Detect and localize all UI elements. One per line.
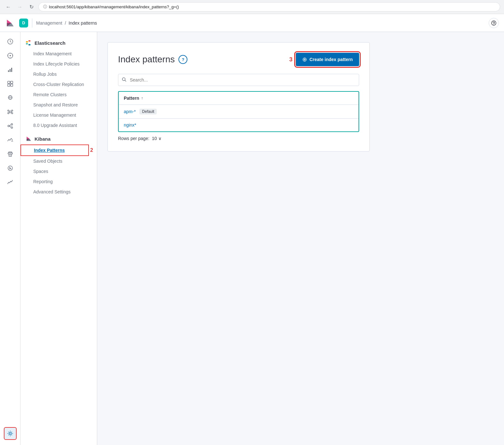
svg-point-1	[493, 24, 494, 25]
elasticsearch-icon	[26, 40, 32, 46]
forward-button[interactable]: →	[15, 3, 24, 12]
sidebar-item-ml[interactable]	[4, 105, 17, 118]
nav-item-index-patterns[interactable]: Index Patterns	[20, 144, 89, 156]
security-icon: ⓘ	[43, 4, 47, 10]
sidebar-item-visualize[interactable]	[4, 63, 17, 76]
browser-chrome: ← → ↻ ⓘ localhost:5601/app/kibana#/manag…	[0, 0, 504, 14]
svg-rect-41	[28, 44, 30, 45]
svg-rect-12	[8, 81, 10, 83]
main-layout: Elasticsearch Index Management Index Lif…	[0, 32, 504, 445]
svg-rect-15	[11, 84, 13, 86]
rows-per-page-value: 10	[152, 136, 157, 141]
page-title: Index patterns	[118, 54, 175, 65]
rows-per-page-label: Rows per page:	[118, 136, 149, 141]
svg-point-4	[10, 55, 11, 56]
svg-point-18	[8, 110, 9, 111]
nav-divider	[32, 19, 32, 27]
svg-point-26	[8, 125, 9, 127]
index-patterns-nav-row: Index Patterns 2	[20, 144, 97, 156]
url-text: localhost:5601/app/kibana#/management/ki…	[49, 4, 179, 9]
sidebar-item-management[interactable]	[4, 427, 17, 440]
svg-line-43	[125, 80, 126, 82]
top-nav: D Management / Index patterns	[0, 14, 504, 32]
nav-item-rollup-jobs[interactable]: Rollup Jobs	[20, 69, 97, 79]
svg-point-28	[11, 127, 12, 129]
sidebar-item-uptime[interactable]	[4, 134, 17, 146]
table-footer: Rows per page: 10 ∨	[118, 136, 359, 141]
nav-item-advanced-settings[interactable]: Advanced Settings	[20, 187, 97, 197]
svg-line-30	[9, 126, 11, 127]
page-help-button[interactable]: ?	[178, 55, 187, 64]
kibana-logo	[5, 18, 15, 28]
nav-item-upgrade[interactable]: 8.0 Upgrade Assistant	[20, 120, 97, 130]
nav-item-reporting[interactable]: Reporting	[20, 176, 97, 187]
breadcrumb-parent[interactable]: Management	[36, 20, 62, 26]
kibana-section-title: Kibana	[20, 133, 97, 144]
table-row: apm-* Default	[119, 105, 358, 119]
top-nav-right	[489, 18, 499, 28]
svg-line-29	[9, 125, 11, 126]
sort-icon: ↑	[141, 96, 143, 100]
help-button[interactable]	[489, 18, 499, 28]
nav-item-index-lifecycle[interactable]: Index Lifecycle Policies	[20, 59, 97, 69]
svg-point-17	[9, 111, 11, 113]
elasticsearch-title: Elasticsearch	[35, 40, 66, 46]
nav-item-saved-objects[interactable]: Saved Objects	[20, 156, 97, 166]
svg-line-25	[11, 112, 12, 113]
content-card: Index patterns ? 3 ⊕ Create index patter…	[107, 42, 370, 152]
sidebar-item-devtools[interactable]	[4, 162, 17, 175]
page-title-section: Index patterns ?	[118, 54, 187, 65]
nav-item-cross-cluster[interactable]: Cross-Cluster Replication	[20, 79, 97, 90]
sidebar-item-recent[interactable]	[4, 35, 17, 48]
sidebar-item-siem[interactable]	[4, 148, 17, 160]
default-badge: Default	[139, 109, 157, 114]
avatar-label: D	[22, 20, 25, 25]
nav-item-remote-clusters[interactable]: Remote Clusters	[20, 90, 97, 100]
svg-point-37	[9, 433, 11, 434]
table-header: Pattern ↑	[119, 92, 358, 105]
column-header-pattern[interactable]: Pattern	[124, 96, 139, 101]
sidebar-item-monitoring[interactable]	[4, 176, 17, 189]
svg-rect-32	[8, 153, 12, 154]
svg-rect-14	[8, 84, 10, 86]
chevron-down-icon: ∨	[158, 136, 161, 141]
create-btn-badge: 3	[289, 56, 293, 63]
page-header: Index patterns ? 3 ⊕ Create index patter…	[118, 53, 359, 66]
nav-item-index-management[interactable]: Index Management	[20, 49, 97, 59]
pattern-link-nginx[interactable]: nginx*	[124, 122, 136, 128]
nav-item-license[interactable]: License Management	[20, 110, 97, 120]
refresh-button[interactable]: ↻	[27, 3, 36, 12]
index-patterns-badge: 2	[90, 147, 93, 153]
svg-rect-11	[11, 68, 12, 72]
sidebar-item-maps[interactable]	[4, 91, 17, 104]
elasticsearch-section-title: Elasticsearch	[20, 37, 97, 49]
svg-rect-38	[26, 41, 28, 43]
rows-per-page-select[interactable]: 10 ∨	[152, 136, 161, 141]
back-button[interactable]: ←	[4, 3, 13, 12]
search-container	[118, 74, 359, 86]
sidebar-item-discover[interactable]	[4, 49, 17, 62]
search-input[interactable]	[118, 74, 359, 86]
search-icon	[122, 77, 126, 83]
sidebar-item-graph[interactable]	[4, 120, 17, 132]
nav-item-spaces[interactable]: Spaces	[20, 166, 97, 176]
create-btn-icon: ⊕	[302, 56, 307, 63]
breadcrumb-separator: /	[65, 20, 66, 26]
kibana-nav-icon	[26, 136, 32, 142]
table-row: nginx*	[119, 119, 358, 131]
sidebar-item-dashboard[interactable]	[4, 77, 17, 90]
create-index-pattern-button[interactable]: ⊕ Create index pattern	[296, 53, 359, 66]
kibana-title: Kibana	[35, 136, 51, 142]
create-btn-label: Create index pattern	[310, 57, 353, 62]
patterns-table: Pattern ↑ apm-* Default nginx*	[118, 91, 359, 132]
svg-rect-39	[26, 43, 28, 44]
svg-point-20	[8, 113, 9, 114]
svg-rect-13	[11, 81, 13, 83]
nav-avatar[interactable]: D	[19, 19, 28, 27]
address-bar[interactable]: ⓘ localhost:5601/app/kibana#/management/…	[38, 2, 500, 12]
nav-item-snapshot-restore[interactable]: Snapshot and Restore	[20, 100, 97, 110]
pattern-link-apm[interactable]: apm-*	[124, 109, 136, 114]
svg-rect-9	[8, 70, 9, 72]
nav-sidebar: Elasticsearch Index Management Index Lif…	[20, 32, 97, 445]
svg-line-36	[9, 168, 10, 169]
